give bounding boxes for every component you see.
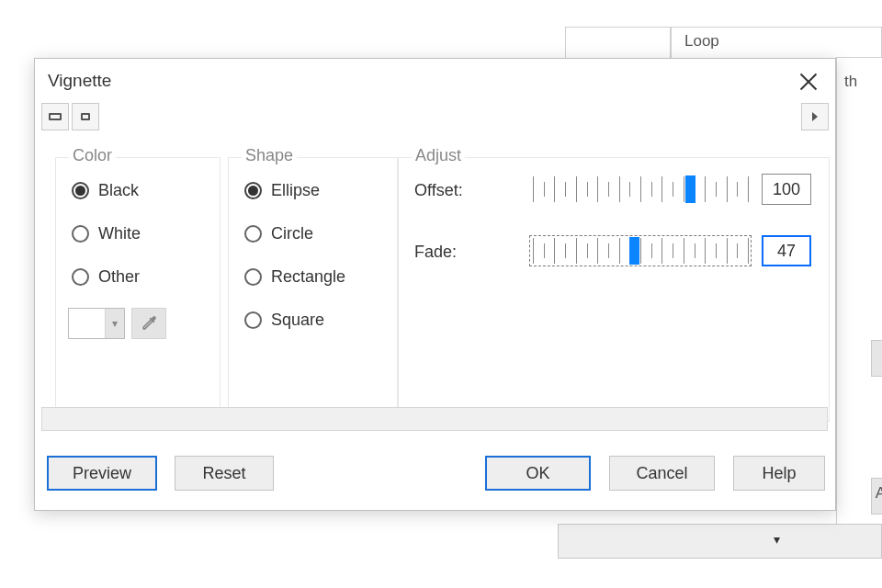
shape-circle-label: Circle xyxy=(271,224,313,243)
color-white-label: White xyxy=(98,224,141,243)
chevron-right-icon xyxy=(812,112,818,121)
fade-label: Fade: xyxy=(414,243,457,262)
color-group: Color Black White Other ▾ xyxy=(55,146,220,422)
side-by-side-icon xyxy=(49,113,62,120)
shape-group: Shape Ellipse Circle Rectangle Square xyxy=(228,146,398,422)
fade-value-input[interactable]: 47 xyxy=(762,235,811,266)
radio-icon xyxy=(72,268,89,286)
offset-slider[interactable] xyxy=(529,174,752,205)
slider-thumb[interactable] xyxy=(629,237,639,265)
preview-button[interactable]: Preview xyxy=(47,456,157,491)
color-white-radio[interactable]: White xyxy=(72,224,141,243)
radio-icon xyxy=(72,182,89,199)
eyedropper-button[interactable] xyxy=(131,308,166,339)
slider-thumb[interactable] xyxy=(685,175,695,203)
color-black-radio[interactable]: Black xyxy=(72,181,139,200)
eyedropper-icon xyxy=(140,314,158,333)
radio-icon xyxy=(244,268,262,286)
adjust-group-legend: Adjust xyxy=(412,146,465,165)
dialog-toolbar xyxy=(41,103,829,131)
bg-dropdown[interactable] xyxy=(558,524,882,559)
color-black-label: Black xyxy=(98,181,139,200)
shape-ellipse-label: Ellipse xyxy=(271,181,320,200)
color-swatch-dropdown[interactable]: ▾ xyxy=(68,308,125,339)
adjust-group: Adjust Offset: 100 Fade: 47 xyxy=(398,146,830,422)
status-bar xyxy=(41,407,828,431)
offset-label: Offset: xyxy=(414,181,463,200)
view-mode-side-by-side-button[interactable] xyxy=(41,103,69,130)
dialog-title: Vignette xyxy=(48,71,111,91)
bg-side-button-2[interactable]: A xyxy=(871,478,882,514)
options-menu-button[interactable] xyxy=(801,103,829,130)
bg-trunc-text: th xyxy=(844,73,857,91)
bg-tab-loop[interactable]: Loop xyxy=(671,27,882,58)
bg-side-button[interactable] xyxy=(871,340,882,377)
vignette-dialog: Vignette Color Black White Other xyxy=(34,58,836,511)
shape-square-label: Square xyxy=(271,311,324,330)
shape-ellipse-radio[interactable]: Ellipse xyxy=(244,181,320,200)
ok-button[interactable]: OK xyxy=(485,456,591,491)
shape-rectangle-label: Rectangle xyxy=(271,267,345,287)
fade-slider[interactable] xyxy=(529,235,752,266)
swatch-preview xyxy=(69,309,106,338)
chevron-down-icon: ▾ xyxy=(106,309,124,338)
color-picker-row: ▾ xyxy=(68,308,166,339)
color-other-label: Other xyxy=(98,267,140,287)
shape-group-legend: Shape xyxy=(242,146,297,165)
slider-ticks xyxy=(533,176,748,202)
radio-icon xyxy=(244,311,262,329)
close-icon[interactable] xyxy=(793,66,824,97)
offset-value-input[interactable]: 100 xyxy=(762,174,811,205)
slider-ticks xyxy=(533,238,748,264)
shape-square-radio[interactable]: Square xyxy=(244,311,324,330)
radio-icon xyxy=(244,225,262,243)
view-mode-single-button[interactable] xyxy=(72,103,99,130)
shape-circle-radio[interactable]: Circle xyxy=(244,224,313,243)
shape-rectangle-radio[interactable]: Rectangle xyxy=(244,267,345,287)
radio-icon xyxy=(72,225,89,243)
reset-button[interactable]: Reset xyxy=(175,456,274,491)
color-group-legend: Color xyxy=(69,146,116,165)
cancel-button[interactable]: Cancel xyxy=(609,456,715,491)
bg-tab-blank xyxy=(565,27,671,58)
radio-icon xyxy=(244,182,262,199)
help-button[interactable]: Help xyxy=(733,456,825,491)
single-view-icon xyxy=(81,113,90,120)
color-other-radio[interactable]: Other xyxy=(72,267,140,287)
